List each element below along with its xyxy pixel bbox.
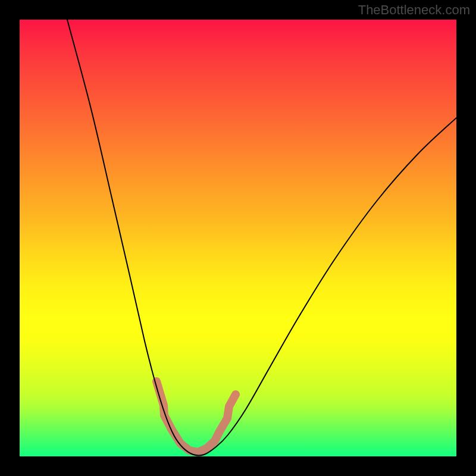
plot-area	[20, 20, 456, 456]
highlight-band-path	[156, 381, 236, 452]
curve-svg	[20, 20, 456, 456]
main-curve-path	[67, 20, 456, 456]
chart-frame: TheBottleneck.com	[0, 0, 476, 476]
watermark-text: TheBottleneck.com	[358, 2, 470, 18]
